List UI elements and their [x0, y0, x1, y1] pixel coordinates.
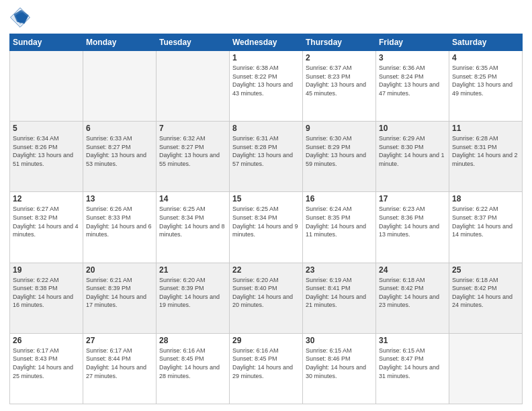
day-info: Sunrise: 6:18 AMSunset: 8:42 PMDaylight:… — [452, 276, 519, 310]
day-info: Sunrise: 6:31 AMSunset: 8:28 PMDaylight:… — [232, 134, 300, 168]
day-info: Sunrise: 6:27 AMSunset: 8:32 PMDaylight:… — [13, 205, 80, 238]
weekday-header: Sunday — [10, 34, 83, 51]
day-info: Sunrise: 6:33 AMSunset: 8:27 PMDaylight:… — [86, 134, 153, 168]
calendar-day-cell: 2Sunrise: 6:37 AMSunset: 8:23 PMDaylight… — [303, 51, 376, 122]
day-number: 30 — [306, 336, 373, 345]
day-info: Sunrise: 6:30 AMSunset: 8:29 PMDaylight:… — [306, 134, 373, 168]
day-number: 14 — [159, 194, 226, 203]
day-number: 3 — [379, 53, 446, 62]
day-number: 20 — [86, 265, 153, 275]
day-info: Sunrise: 6:20 AMSunset: 8:39 PMDaylight:… — [159, 276, 226, 310]
calendar-day-cell: 3Sunrise: 6:36 AMSunset: 8:24 PMDaylight… — [376, 51, 449, 122]
day-number: 13 — [86, 194, 153, 203]
day-info: Sunrise: 6:32 AMSunset: 8:27 PMDaylight:… — [159, 134, 226, 168]
day-number: 27 — [86, 336, 153, 345]
calendar-day-cell — [157, 51, 230, 122]
logo-icon — [9, 7, 31, 28]
day-number: 26 — [13, 336, 80, 345]
header — [9, 7, 523, 28]
weekday-header-row: SundayMondayTuesdayWednesdayThursdayFrid… — [10, 34, 523, 51]
weekday-header: Tuesday — [157, 34, 230, 51]
calendar-week-row: 12Sunrise: 6:27 AMSunset: 8:32 PMDayligh… — [10, 192, 523, 263]
day-number: 25 — [452, 265, 519, 275]
calendar-week-row: 5Sunrise: 6:34 AMSunset: 8:26 PMDaylight… — [10, 122, 523, 192]
calendar-day-cell — [10, 51, 83, 122]
day-number: 16 — [306, 194, 373, 203]
day-info: Sunrise: 6:16 AMSunset: 8:45 PMDaylight:… — [159, 347, 226, 380]
calendar-day-cell: 4Sunrise: 6:35 AMSunset: 8:25 PMDaylight… — [449, 51, 523, 122]
day-info: Sunrise: 6:25 AMSunset: 8:34 PMDaylight:… — [232, 205, 300, 238]
day-number: 9 — [306, 124, 373, 133]
calendar-day-cell: 5Sunrise: 6:34 AMSunset: 8:26 PMDaylight… — [10, 122, 83, 192]
day-number: 1 — [232, 53, 300, 62]
page: SundayMondayTuesdayWednesdayThursdayFrid… — [0, 0, 532, 411]
day-info: Sunrise: 6:26 AMSunset: 8:33 PMDaylight:… — [86, 205, 153, 238]
calendar-day-cell: 29Sunrise: 6:16 AMSunset: 8:45 PMDayligh… — [230, 333, 303, 404]
day-info: Sunrise: 6:29 AMSunset: 8:30 PMDaylight:… — [379, 134, 446, 168]
day-info: Sunrise: 6:19 AMSunset: 8:41 PMDaylight:… — [306, 276, 373, 310]
day-info: Sunrise: 6:22 AMSunset: 8:37 PMDaylight:… — [452, 205, 519, 238]
weekday-header: Friday — [376, 34, 449, 51]
day-info: Sunrise: 6:28 AMSunset: 8:31 PMDaylight:… — [452, 134, 519, 168]
day-number: 19 — [13, 265, 80, 275]
day-number: 7 — [159, 124, 226, 133]
calendar-day-cell: 23Sunrise: 6:19 AMSunset: 8:41 PMDayligh… — [303, 263, 376, 333]
day-info: Sunrise: 6:34 AMSunset: 8:26 PMDaylight:… — [13, 134, 80, 168]
day-info: Sunrise: 6:17 AMSunset: 8:44 PMDaylight:… — [86, 347, 153, 380]
day-info: Sunrise: 6:17 AMSunset: 8:43 PMDaylight:… — [13, 347, 80, 380]
day-info: Sunrise: 6:25 AMSunset: 8:34 PMDaylight:… — [159, 205, 226, 238]
day-info: Sunrise: 6:15 AMSunset: 8:47 PMDaylight:… — [379, 347, 446, 380]
day-number: 10 — [379, 124, 446, 133]
day-info: Sunrise: 6:38 AMSunset: 8:22 PMDaylight:… — [232, 64, 300, 97]
day-number: 29 — [232, 336, 300, 345]
day-info: Sunrise: 6:36 AMSunset: 8:24 PMDaylight:… — [379, 64, 446, 97]
calendar-week-row: 1Sunrise: 6:38 AMSunset: 8:22 PMDaylight… — [10, 51, 523, 122]
calendar-week-row: 26Sunrise: 6:17 AMSunset: 8:43 PMDayligh… — [10, 333, 523, 404]
calendar-day-cell — [83, 51, 157, 122]
calendar-day-cell: 17Sunrise: 6:23 AMSunset: 8:36 PMDayligh… — [376, 192, 449, 263]
calendar-day-cell: 9Sunrise: 6:30 AMSunset: 8:29 PMDaylight… — [303, 122, 376, 192]
day-number: 23 — [306, 265, 373, 275]
day-info: Sunrise: 6:23 AMSunset: 8:36 PMDaylight:… — [379, 205, 446, 238]
day-number: 17 — [379, 194, 446, 203]
day-info: Sunrise: 6:20 AMSunset: 8:40 PMDaylight:… — [232, 276, 300, 310]
day-info: Sunrise: 6:22 AMSunset: 8:38 PMDaylight:… — [13, 276, 80, 310]
day-number: 22 — [232, 265, 300, 275]
calendar-day-cell: 20Sunrise: 6:21 AMSunset: 8:39 PMDayligh… — [83, 263, 157, 333]
calendar-day-cell: 1Sunrise: 6:38 AMSunset: 8:22 PMDaylight… — [230, 51, 303, 122]
day-number: 28 — [159, 336, 226, 345]
day-info: Sunrise: 6:24 AMSunset: 8:35 PMDaylight:… — [306, 205, 373, 238]
day-info: Sunrise: 6:35 AMSunset: 8:25 PMDaylight:… — [452, 64, 519, 97]
calendar-week-row: 19Sunrise: 6:22 AMSunset: 8:38 PMDayligh… — [10, 263, 523, 333]
calendar-day-cell: 8Sunrise: 6:31 AMSunset: 8:28 PMDaylight… — [230, 122, 303, 192]
day-info: Sunrise: 6:16 AMSunset: 8:45 PMDaylight:… — [232, 347, 300, 380]
day-number: 18 — [452, 194, 519, 203]
calendar-day-cell: 26Sunrise: 6:17 AMSunset: 8:43 PMDayligh… — [10, 333, 83, 404]
calendar-day-cell: 28Sunrise: 6:16 AMSunset: 8:45 PMDayligh… — [157, 333, 230, 404]
calendar-day-cell: 31Sunrise: 6:15 AMSunset: 8:47 PMDayligh… — [376, 333, 449, 404]
calendar-day-cell: 25Sunrise: 6:18 AMSunset: 8:42 PMDayligh… — [449, 263, 523, 333]
weekday-header: Wednesday — [230, 34, 303, 51]
day-number: 15 — [232, 194, 300, 203]
calendar-day-cell: 12Sunrise: 6:27 AMSunset: 8:32 PMDayligh… — [10, 192, 83, 263]
day-number: 2 — [306, 53, 373, 62]
calendar-day-cell: 14Sunrise: 6:25 AMSunset: 8:34 PMDayligh… — [157, 192, 230, 263]
day-info: Sunrise: 6:37 AMSunset: 8:23 PMDaylight:… — [306, 64, 373, 97]
logo — [9, 7, 35, 28]
day-number: 8 — [232, 124, 300, 133]
calendar-table: SundayMondayTuesdayWednesdayThursdayFrid… — [9, 34, 523, 404]
day-info: Sunrise: 6:15 AMSunset: 8:46 PMDaylight:… — [306, 347, 373, 380]
day-number: 6 — [86, 124, 153, 133]
day-number: 11 — [452, 124, 519, 133]
calendar-day-cell — [449, 333, 523, 404]
calendar-day-cell: 18Sunrise: 6:22 AMSunset: 8:37 PMDayligh… — [449, 192, 523, 263]
calendar-day-cell: 15Sunrise: 6:25 AMSunset: 8:34 PMDayligh… — [230, 192, 303, 263]
weekday-header: Monday — [83, 34, 157, 51]
calendar-day-cell: 13Sunrise: 6:26 AMSunset: 8:33 PMDayligh… — [83, 192, 157, 263]
calendar-day-cell: 21Sunrise: 6:20 AMSunset: 8:39 PMDayligh… — [157, 263, 230, 333]
calendar-day-cell: 7Sunrise: 6:32 AMSunset: 8:27 PMDaylight… — [157, 122, 230, 192]
weekday-header: Saturday — [449, 34, 523, 51]
calendar-day-cell: 30Sunrise: 6:15 AMSunset: 8:46 PMDayligh… — [303, 333, 376, 404]
calendar-day-cell: 16Sunrise: 6:24 AMSunset: 8:35 PMDayligh… — [303, 192, 376, 263]
calendar-day-cell: 24Sunrise: 6:18 AMSunset: 8:42 PMDayligh… — [376, 263, 449, 333]
